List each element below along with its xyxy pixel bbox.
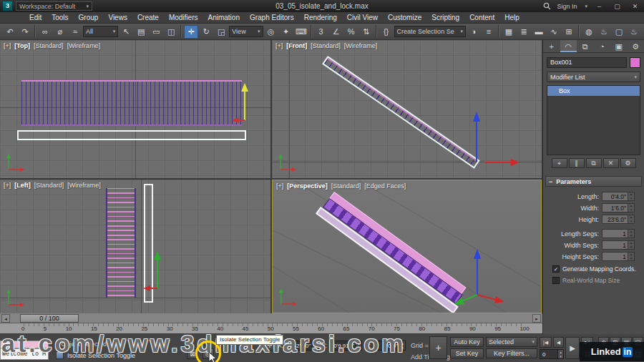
viewport-name-label[interactable]: [Top] [14, 42, 30, 49]
play-button[interactable]: ▶ [565, 337, 580, 359]
schematic-view-button[interactable]: ⊞ [562, 25, 576, 39]
auto-key-button[interactable]: Auto Key [450, 337, 484, 347]
undo-button[interactable]: ↶ [3, 25, 17, 39]
menu-item-modifiers[interactable]: Modifiers [164, 14, 203, 21]
height-field[interactable]: 23'6.0" ▴▾ [602, 215, 635, 224]
track-bar[interactable]: ◂ 0 / 100 ▸ [0, 313, 542, 323]
viewport-menu-button[interactable]: [+] [4, 182, 11, 189]
render-setup-button[interactable]: ♨ [597, 25, 611, 39]
viewport-style-label[interactable]: [Standard] [34, 42, 64, 49]
current-frame-field[interactable]: 0 ▴▾ [540, 349, 564, 359]
search-icon[interactable] [543, 2, 551, 10]
show-end-result-button[interactable]: ∥ [569, 158, 585, 168]
close-button[interactable]: ✕ [629, 3, 641, 10]
viewport-shading-label[interactable]: [Wireframe] [344, 42, 378, 49]
stairs-left-view[interactable] [106, 188, 136, 298]
viewport-name-label[interactable]: [Perspective] [287, 182, 328, 190]
rectangular-selection-region-button[interactable]: ▭ [149, 25, 163, 39]
window-crossing-toggle[interactable]: ◫ [164, 25, 178, 39]
spinner-snap-toggle[interactable]: ⇅ [359, 25, 374, 39]
y-coordinate-field[interactable]: -0'9.917" ▴▾ [329, 341, 362, 351]
selected-box-top-view[interactable] [17, 130, 246, 140]
configure-modifier-sets-button[interactable]: ⚙ [620, 158, 636, 168]
previous-frame-button[interactable]: ◀ [553, 337, 564, 348]
parameters-rollout-header[interactable]: − Parameters [545, 176, 642, 187]
width-segs-spinner[interactable]: ▴▾ [628, 241, 634, 249]
menu-item-views[interactable]: Views [103, 14, 132, 21]
viewport-name-label[interactable]: [Left] [14, 182, 31, 189]
viewport-name-label[interactable]: [Front] [286, 42, 307, 49]
modifier-stack[interactable]: Box [547, 85, 640, 155]
maxscript-mini-listener[interactable]: Welcome to M [0, 348, 49, 360]
height-segs-spinner[interactable]: ▴▾ [628, 253, 634, 260]
move-gizmo[interactable] [230, 82, 259, 123]
menu-item-graph-editors[interactable]: Graph Editors [245, 14, 299, 21]
checkbox-real-world-map[interactable] [552, 277, 560, 284]
select-and-manipulate-button[interactable]: ✦ [279, 25, 293, 39]
height-segs-field[interactable]: 1 ▴▾ [602, 252, 635, 261]
length-spinner[interactable]: ▴▾ [628, 192, 634, 200]
menu-item-create[interactable]: Create [132, 14, 164, 21]
trackbar-right-arrow[interactable]: ▸ [532, 314, 541, 323]
snaps-toggle[interactable]: 3 [314, 25, 328, 39]
viewport-menu-button[interactable]: [+] [275, 42, 283, 49]
stairs-top-view[interactable] [21, 80, 242, 126]
time-slider-handle[interactable]: 0 / 100 [20, 314, 79, 323]
viewport-left[interactable]: [+] [Left] [Standard] [Wireframe] [0, 180, 270, 313]
material-editor-button[interactable]: ◍ [582, 25, 596, 39]
viewport-top[interactable]: [+] [Top] [Standard] [Wireframe] [0, 40, 270, 178]
tab-display[interactable]: ▣ [610, 40, 628, 52]
stairs-front-view[interactable] [322, 56, 480, 169]
viewport-shading-label[interactable]: [Wireframe] [67, 42, 101, 49]
y-spinner[interactable]: ▴▾ [356, 341, 361, 350]
width-spinner[interactable]: ▴▾ [628, 204, 634, 212]
keyboard-shortcut-override-toggle[interactable]: ⌨ [294, 25, 308, 39]
menu-item-content[interactable]: Content [464, 14, 499, 21]
toggle-scene-explorer-button[interactable]: ▦ [502, 25, 516, 39]
reference-coordinate-dropdown[interactable]: View ▾ [229, 26, 263, 37]
selection-filter-dropdown[interactable]: All ▾ [83, 26, 118, 37]
viewport-shading-label[interactable]: [Wireframe] [67, 182, 101, 189]
maximize-button[interactable]: ▢ [611, 3, 623, 10]
tab-create[interactable]: + [543, 40, 560, 52]
minimize-button[interactable]: – [593, 3, 605, 10]
menu-item-tools[interactable]: Tools [47, 14, 73, 21]
x-coordinate-field[interactable]: -2'2.0" ▴▾ [286, 341, 318, 351]
trackbar-left-arrow[interactable]: ◂ [1, 314, 10, 323]
modifier-list-dropdown[interactable]: Modifier List ▾ [547, 72, 640, 82]
make-unique-button[interactable]: ⧉ [586, 158, 602, 168]
macro-recorder-strip[interactable] [0, 341, 49, 348]
move-gizmo[interactable] [142, 250, 173, 293]
menu-item-group[interactable]: Group [74, 14, 104, 21]
pin-stack-button[interactable]: ⌖ [552, 158, 567, 168]
length-field[interactable]: 0'4.0" ▴▾ [602, 192, 635, 201]
menu-item-help[interactable]: Help [499, 14, 525, 21]
workspace-dropdown[interactable]: Workspace: Default ▾ [16, 1, 92, 11]
viewport-menu-button[interactable]: [+] [4, 42, 11, 49]
align-button[interactable]: ≡ [482, 25, 496, 39]
width-segs-field[interactable]: 1 ▴▾ [602, 240, 635, 250]
x-axis-gizmo[interactable] [484, 155, 521, 170]
viewport-shading-label[interactable]: [Edged Faces] [364, 182, 406, 190]
percent-snap-toggle[interactable]: % [344, 25, 358, 39]
mirror-button[interactable]: ◑ [467, 25, 481, 39]
viewport-style-label[interactable]: [Standard] [331, 182, 361, 190]
rendered-frame-window-button[interactable]: ▢ [612, 25, 626, 39]
select-by-name-button[interactable]: ▤ [134, 25, 148, 39]
set-key-button[interactable]: Set Key [450, 348, 484, 358]
use-pivot-center-button[interactable]: ◎ [264, 25, 278, 39]
height-spinner[interactable]: ▴▾ [628, 215, 634, 223]
length-segs-field[interactable]: 1 ▴▾ [602, 229, 635, 238]
key-filters-button[interactable]: Key Filters... [486, 348, 537, 358]
set-key-mode-button[interactable]: + [429, 336, 447, 359]
tab-hierarchy[interactable]: ⧉ [577, 40, 594, 52]
select-and-scale-button[interactable]: ◲ [214, 25, 228, 39]
viewport-perspective[interactable]: [+] [Perspective] [Standard] [Edged Face… [272, 180, 542, 313]
toggle-layer-explorer-button[interactable]: ≣ [517, 25, 531, 39]
length-segs-spinner[interactable]: ▴▾ [628, 230, 634, 238]
checkbox-generate-mapping[interactable]: ✓ [552, 265, 560, 273]
remove-modifier-button[interactable]: ✕ [603, 158, 619, 168]
go-to-start-button[interactable]: |◀ [540, 337, 552, 348]
select-and-link-button[interactable]: ∞ [38, 25, 52, 39]
menu-item-scripting[interactable]: Scripting [426, 14, 464, 21]
